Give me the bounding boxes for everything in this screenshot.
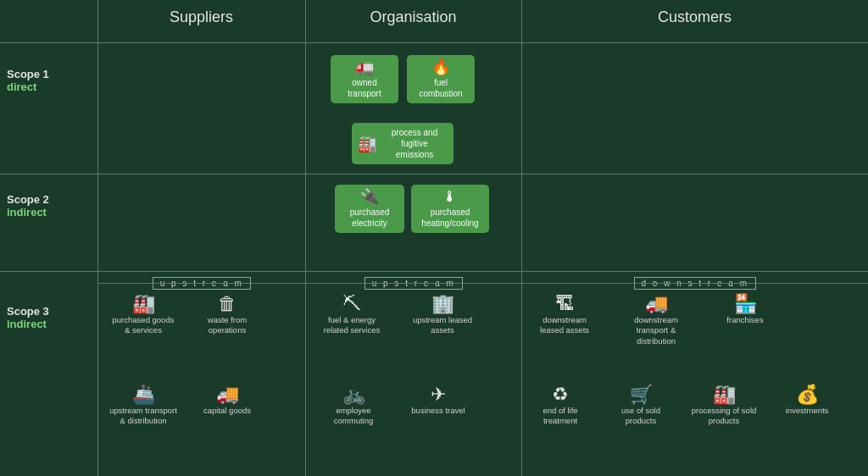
bike-icon: 🚲 (342, 385, 365, 404)
customers-header: Customers (521, 8, 868, 26)
col-divider-3 (521, 0, 522, 476)
ship-icon: 🚢 (132, 385, 155, 404)
recycle-icon: ♻ (552, 385, 569, 404)
suppliers-upstream-area: u p s t r e a m (98, 272, 305, 294)
factory-icon: 🏭 (358, 136, 376, 152)
construction-icon: 🏗 (555, 295, 574, 313)
truck2-icon: 🚚 (216, 385, 239, 404)
thermometer-icon: 🌡 (442, 189, 458, 204)
processing-sold-item: 🏭 processing of sold products (687, 385, 761, 427)
organisation-header: Organisation (305, 8, 521, 26)
scope1-divider (0, 174, 868, 174)
downstream-transport-item: 🚚 downstream transport & distribution (617, 295, 695, 346)
trash-icon: 🗑 (218, 295, 236, 313)
use-sold-products-item: 🛒 use of sold products (606, 385, 676, 427)
scope1-label: Scope 1 direct (7, 68, 49, 93)
purchased-heating-card: 🌡 purchased heating/cooling (411, 185, 489, 233)
fugitive-emissions-card: 🏭 process and fugitive emissions (352, 123, 453, 164)
store-icon: 🏪 (734, 295, 757, 313)
franchises-item: 🏪 franchises (712, 295, 778, 325)
purchased-electricity-card: 🔌 purchased electricity (335, 185, 404, 233)
purchased-goods-item: 🏭 purchased goods & services (106, 295, 181, 336)
fuel-energy-item: ⛏ fuel & energy related services (314, 295, 390, 336)
col-divider-2 (305, 0, 306, 476)
capital-goods-item: 🚚 capital goods (193, 385, 261, 416)
building-icon: 🏢 (431, 295, 454, 313)
fire-icon: 🔥 (431, 59, 450, 75)
downstream-leased-item: 🏗 downstream leased assets (530, 295, 599, 336)
owned-transport-card: 🚛 owned transport (331, 55, 398, 103)
upstream-transport-item: 🚢 upstream transport & distribution (106, 385, 181, 427)
scope2-label: Scope 2 indirect (7, 193, 49, 219)
business-travel-item: ✈ business travel (403, 385, 473, 416)
fuel-combustion-card: 🔥 fuel combustion (407, 55, 475, 103)
delivery-icon: 🚚 (645, 295, 668, 313)
employee-commuting-item: 🚲 employee commuting (319, 385, 388, 427)
customers-downstream-area: d o w n s t r e a m (522, 272, 868, 294)
plane-icon: ✈ (431, 385, 446, 404)
mine-icon: ⛏ (342, 295, 361, 313)
investments-item: 💰 investments (773, 385, 841, 416)
money-icon: 💰 (796, 385, 819, 404)
processing-icon: 🏭 (713, 385, 736, 404)
cart-icon: 🛒 (630, 385, 653, 404)
suppliers-header: Suppliers (97, 8, 305, 26)
end-of-life-item: ♻ end of life treatment (527, 385, 593, 427)
header-divider (0, 42, 868, 43)
diagram: Suppliers Organisation Customers Scope 1… (0, 0, 868, 476)
factory2-icon: 🏭 (132, 295, 155, 313)
scope3-label: Scope 3 indirect (7, 305, 49, 330)
waste-operations-item: 🗑 waste from operations (193, 295, 261, 336)
plug-icon: 🔌 (360, 189, 379, 204)
upstream-leased-item: 🏢 upstream leased assets (405, 295, 480, 336)
truck-icon: 🚛 (355, 59, 374, 75)
col-divider-1 (97, 0, 98, 476)
org-upstream-area: u p s t r e a m (306, 272, 521, 294)
